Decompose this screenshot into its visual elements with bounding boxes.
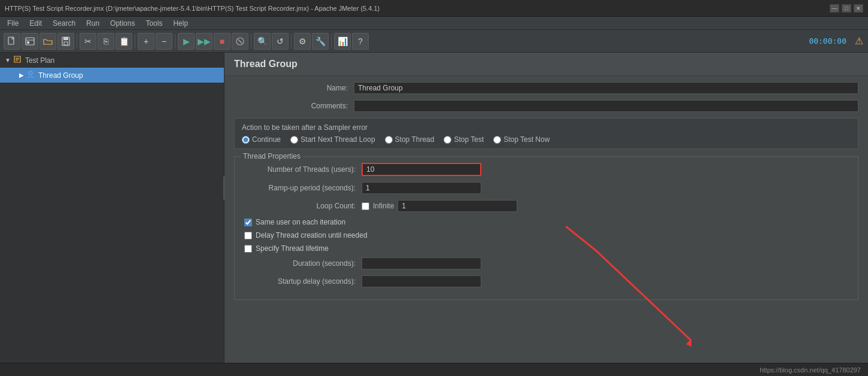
stop-button[interactable]: ■ (214, 33, 230, 50)
extra-button-2[interactable]: 🔧 (312, 33, 329, 50)
thread-properties-section: Thread Properties Number of Threads (use… (234, 156, 858, 300)
same-user-checkbox[interactable] (244, 219, 252, 226)
delay-thread-row: Delay Thread creation until needed (242, 231, 851, 239)
radio-start-next-input[interactable] (290, 136, 298, 144)
start-nopause-button[interactable]: ▶▶ (196, 33, 213, 50)
threads-label: Number of Threads (users): (242, 165, 362, 174)
loop-label: Loop Count: (242, 202, 362, 210)
svg-rect-6 (64, 42, 68, 45)
rampup-input[interactable] (362, 182, 481, 194)
sidebar-threadgroup-label: Thread Group (38, 71, 83, 80)
toolbar: ✂ ⎘ 📋 + − ▶ ▶▶ ■ 🔍 ↺ ⚙ 🔧 📊 ? 00:00:00 ⚠ (0, 30, 868, 53)
radio-stop-test[interactable]: Stop Test (444, 135, 484, 144)
delay-thread-checkbox[interactable] (244, 232, 252, 239)
sidebar: ▼ Test Plan ▶ Thread Group (0, 53, 224, 376)
threads-input[interactable] (362, 163, 481, 176)
threadgroup-icon (26, 70, 35, 80)
svg-rect-5 (63, 37, 68, 40)
comments-input[interactable] (354, 100, 858, 112)
search-toolbar-button[interactable]: 🔍 (254, 33, 271, 50)
status-bar: https://blog.csdn.net/qq_41780297 (0, 363, 868, 376)
content-area: Thread Group Name: Comments: Action to b… (224, 53, 868, 376)
duration-input[interactable] (362, 257, 481, 269)
sidebar-item-testplan[interactable]: ▼ Test Plan (0, 53, 224, 68)
restore-button[interactable]: □ (842, 4, 851, 13)
comments-row: Comments: (234, 100, 858, 112)
separator-5 (291, 34, 292, 48)
action-label: Action to be taken after a Sampler error (242, 123, 851, 132)
radio-stop-test-now-input[interactable] (493, 136, 501, 144)
svg-line-8 (238, 40, 242, 43)
separator-6 (331, 34, 332, 48)
same-user-label: Same user on each iteration (256, 218, 345, 226)
save-button[interactable] (57, 33, 74, 50)
templates-button[interactable] (22, 33, 38, 50)
menu-help[interactable]: Help (168, 18, 193, 29)
specify-lifetime-checkbox[interactable] (244, 245, 252, 253)
svg-rect-3 (27, 41, 29, 44)
panel-header: Thread Group (224, 53, 868, 76)
sidebar-item-threadgroup[interactable]: ▶ Thread Group (0, 68, 224, 83)
radio-stop-thread[interactable]: Stop Thread (385, 135, 435, 144)
name-input[interactable] (354, 82, 858, 94)
radio-stop-test-input[interactable] (444, 136, 451, 144)
radio-continue-input[interactable] (242, 136, 250, 144)
open-button[interactable] (40, 33, 56, 50)
radio-stop-thread-label: Stop Thread (395, 135, 435, 144)
title-bar: HTTP(S) Test Script Recorder.jmx (D:\jme… (0, 0, 868, 17)
radio-stop-thread-input[interactable] (385, 136, 393, 144)
form-area: Name: Comments: Action to be taken after… (224, 76, 868, 312)
window-title: HTTP(S) Test Script Recorder.jmx (D:\jme… (5, 5, 830, 12)
radio-stop-test-now-label: Stop Test Now (503, 135, 550, 144)
radio-stop-test-label: Stop Test (454, 135, 484, 144)
radio-start-next-label: Start Next Thread Loop (301, 135, 375, 144)
collapse-button[interactable]: − (156, 33, 172, 50)
radio-start-next[interactable]: Start Next Thread Loop (290, 135, 375, 144)
close-button[interactable]: ✕ (854, 4, 863, 13)
reset-button[interactable]: ↺ (272, 33, 289, 50)
specify-lifetime-row: Specify Thread lifetime (242, 244, 851, 253)
name-label: Name: (234, 84, 354, 92)
menu-search[interactable]: Search (48, 18, 80, 29)
separator-2 (135, 34, 135, 48)
startup-delay-label: Startup delay (seconds): (242, 277, 362, 286)
separator-4 (251, 34, 251, 48)
minimize-button[interactable]: — (830, 4, 839, 13)
thread-props-title: Thread Properties (241, 152, 303, 160)
separator-3 (175, 34, 175, 48)
svg-point-12 (29, 71, 32, 75)
copy-button[interactable]: ⎘ (98, 33, 114, 50)
menu-bar: File Edit Search Run Options Tools Help (0, 17, 868, 30)
menu-options[interactable]: Options (105, 18, 139, 29)
startup-delay-row: Startup delay (seconds): (242, 275, 851, 287)
extra-button-1[interactable]: ⚙ (294, 33, 311, 50)
delay-thread-label: Delay Thread creation until needed (256, 231, 368, 239)
extra-button-4[interactable]: ? (352, 33, 369, 50)
loop-count-input[interactable] (397, 200, 517, 212)
separator-1 (77, 34, 77, 48)
expand-icon: ▼ (5, 57, 11, 63)
menu-file[interactable]: File (2, 18, 23, 29)
menu-edit[interactable]: Edit (25, 18, 47, 29)
name-row: Name: (234, 82, 858, 94)
specify-lifetime-label: Specify Thread lifetime (256, 244, 329, 253)
run-button[interactable]: ▶ (178, 33, 195, 50)
radio-continue[interactable]: Continue (242, 135, 281, 144)
window-controls: — □ ✕ (830, 4, 863, 13)
comments-label: Comments: (234, 102, 354, 110)
testplan-icon (13, 55, 22, 65)
infinite-checkbox[interactable] (362, 202, 369, 210)
menu-run[interactable]: Run (81, 18, 104, 29)
cut-button[interactable]: ✂ (80, 33, 96, 50)
loop-row: Loop Count: Infinite (242, 200, 851, 212)
expand-button[interactable]: + (138, 33, 154, 50)
extra-button-3[interactable]: 📊 (334, 33, 351, 50)
warning-icon: ⚠ (855, 35, 863, 47)
startup-delay-input[interactable] (362, 275, 481, 287)
radio-stop-test-now[interactable]: Stop Test Now (493, 135, 550, 144)
clear-button[interactable] (232, 33, 248, 50)
timer-display: 00:00:00 (809, 37, 846, 46)
new-button[interactable] (4, 33, 20, 50)
menu-tools[interactable]: Tools (141, 18, 167, 29)
paste-button[interactable]: 📋 (116, 33, 132, 50)
